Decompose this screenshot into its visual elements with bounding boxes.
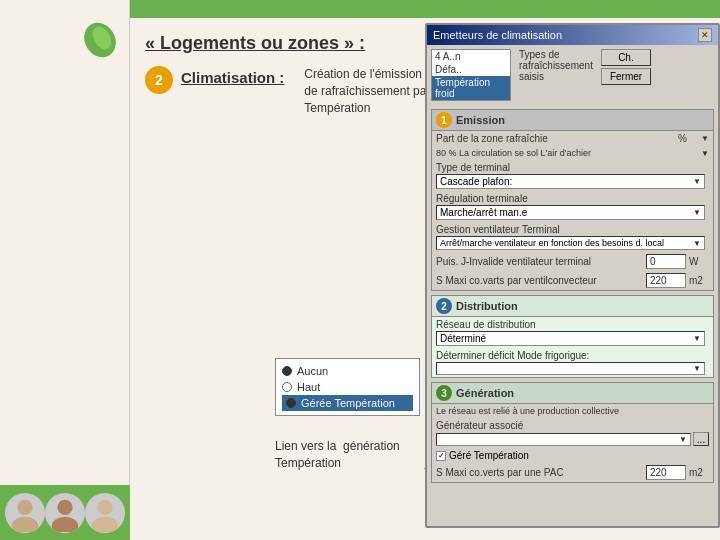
generation-surface-row: S Maxi co.verts par une PAC 220 m2 [432, 463, 713, 482]
main-content: « Logements ou zones » : 2 Climatisation… [130, 18, 720, 540]
surface-value[interactable]: 220 [646, 273, 686, 288]
reseau-dropdown-arrow-icon: ▼ [693, 334, 701, 343]
svg-point-5 [52, 516, 79, 531]
link-generation-text: Lien vers la génération Températion [275, 438, 400, 472]
generateur-dropdown[interactable]: ▼ [436, 433, 691, 446]
svg-point-6 [97, 499, 112, 514]
emission-row-circ: 80 % La circulation se sol L'air d'achie… [432, 146, 713, 160]
emission-surface-row: S Maxi co.varts par ventilconvecteur 220… [432, 271, 713, 290]
radio-haut[interactable]: Haut [282, 379, 413, 395]
mini-list-item-3[interactable]: Températion froid [432, 76, 510, 100]
radio-temperation[interactable]: Gérée Températion [282, 395, 413, 411]
puis-value[interactable]: 0 [646, 254, 686, 269]
emission-puis-row: Puis. J-Invalide ventilateur terminal 0 … [432, 252, 713, 271]
emission-section-header: 1 Emission [432, 110, 713, 131]
section-number-2: 2 [145, 66, 173, 94]
dialog-emetteurs: Emetteurs de climatisation ✕ 4 A..n Défa… [425, 23, 720, 528]
generation-collective-row: Le réseau est relié à une production col… [432, 404, 713, 418]
radio-dot-temp [286, 398, 296, 408]
distribution-title: Distribution [456, 300, 518, 312]
emission-section: 1 Emission Part de la zone rafraîchie % … [431, 109, 714, 291]
dialog-close-button[interactable]: ✕ [698, 28, 712, 42]
distribution-section: 2 Distribution Réseau de distribution Dé… [431, 295, 714, 378]
temperation-checkbox[interactable]: ✓ [436, 451, 446, 461]
svg-point-2 [17, 499, 32, 514]
deficit-dropdown-arrow-icon: ▼ [693, 364, 701, 373]
distribution-reseau-row: Réseau de distribution Déterminé ▼ [432, 317, 713, 348]
regulation-dropdown[interactable]: Marche/arrêt man.e ▼ [436, 205, 705, 220]
gestion-dropdown[interactable]: Arrêt/marche ventilateur en fonction des… [436, 236, 705, 250]
svg-point-3 [12, 516, 39, 531]
left-panel: aldes [0, 0, 130, 540]
radio-dot-haut [282, 382, 292, 392]
distribution-number: 2 [436, 298, 452, 314]
dropdown-arrow-icon: ▼ [701, 134, 709, 143]
radio-aucun[interactable]: Aucun [282, 363, 413, 379]
regulation-dropdown-arrow-icon: ▼ [693, 208, 701, 217]
avatar-2 [45, 493, 85, 533]
dialog-top-row: 4 A..n Défa.. Températion froid Types de… [427, 45, 718, 105]
radio-panel: Aucun Haut Gérée Températion [275, 358, 420, 416]
generation-number: 3 [436, 385, 452, 401]
reseau-dropdown[interactable]: Déterminé ▼ [436, 331, 705, 346]
generation-generateur-row: Générateur associé ▼ ... [432, 418, 713, 448]
emission-title: Emission [456, 114, 505, 126]
mini-list-item-2[interactable]: Défa.. [432, 63, 510, 76]
emission-gestion-row: Gestion ventilateur Terminal Arrêt/march… [432, 222, 713, 252]
gen-surface-value[interactable]: 220 [646, 465, 686, 480]
svg-point-7 [92, 516, 119, 531]
emission-regulation-row: Régulation terminale Marche/arrêt man.e … [432, 191, 713, 222]
terminal-dropdown[interactable]: Cascade plafon: ▼ [436, 174, 705, 189]
emission-terminal-row: Type de terminal Cascade plafon: ▼ [432, 160, 713, 191]
gestion-dropdown-arrow-icon: ▼ [693, 239, 701, 248]
generation-title: Génération [456, 387, 514, 399]
avatar-3 [85, 493, 125, 533]
emission-row-zone: Part de la zone rafraîchie % ▼ [432, 131, 713, 146]
ch-button[interactable]: Ch. [601, 49, 651, 66]
generateur-dropdown-arrow-icon: ▼ [679, 435, 687, 444]
creation-description: Création de l'émission de rafraîchisseme… [304, 66, 434, 116]
svg-point-4 [57, 499, 72, 514]
fermer-button[interactable]: Fermer [601, 68, 651, 85]
terminal-dropdown-arrow-icon: ▼ [693, 177, 701, 186]
dropdown-arrow-2-icon: ▼ [701, 149, 709, 158]
avatar-1 [5, 493, 45, 533]
type-mini-list[interactable]: 4 A..n Défa.. Températion froid [431, 49, 511, 101]
mini-list-item-1[interactable]: 4 A..n [432, 50, 510, 63]
dialog-title: Emetteurs de climatisation [433, 29, 562, 41]
avatars-bar [0, 485, 130, 540]
generation-section-header: 3 Génération [432, 383, 713, 404]
section-label-climatisation: Climatisation : [181, 66, 284, 86]
deficit-dropdown[interactable]: ▼ [436, 362, 705, 375]
dialog-action-buttons: Ch. Fermer [601, 49, 651, 85]
generation-temperation-row: ✓ Géré Températion [432, 448, 713, 463]
emission-number: 1 [436, 112, 452, 128]
distribution-deficit-row: Déterminer déficit Mode frigorigue: ▼ [432, 348, 713, 377]
radio-dot-aucun [282, 366, 292, 376]
dialog-title-bar: Emetteurs de climatisation ✕ [427, 25, 718, 45]
types-label: Types de rafraîchissement saisis [519, 49, 593, 82]
leaf-icon [80, 20, 120, 60]
generation-section: 3 Génération Le réseau est relié à une p… [431, 382, 714, 483]
generateur-edit-button[interactable]: ... [693, 432, 709, 446]
distribution-section-header: 2 Distribution [432, 296, 713, 317]
